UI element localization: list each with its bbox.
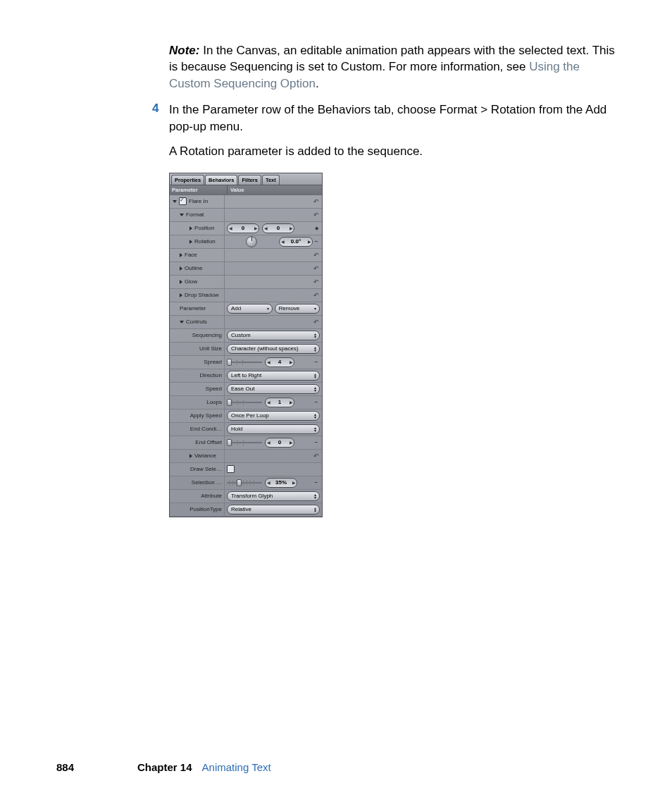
endcond-menu[interactable]: Hold <box>227 424 320 434</box>
disclosure-right-icon[interactable] <box>180 293 182 297</box>
step-follow: A Rotation parameter is added to the seq… <box>169 143 620 159</box>
reset-icon[interactable] <box>313 265 320 272</box>
row-rotation[interactable]: Rotation <box>170 235 225 248</box>
updown-caret-icon <box>314 493 316 500</box>
keyframe-diamond-icon[interactable]: ◆ <box>313 226 320 231</box>
endoffset-slider[interactable] <box>227 438 262 447</box>
disclosure-right-icon[interactable] <box>180 280 182 284</box>
note-label: Note: <box>169 44 199 57</box>
dropdown-caret-icon <box>267 307 269 311</box>
direction-menu[interactable]: Left to Right <box>227 371 320 381</box>
positiontype-menu[interactable]: Relative <box>227 505 320 515</box>
disclosure-down-icon[interactable] <box>173 200 177 203</box>
reset-icon[interactable] <box>313 319 320 326</box>
row-sequencing: Sequencing <box>170 329 225 342</box>
row-face[interactable]: Face <box>170 249 225 261</box>
row-parameter: Parameter <box>170 302 225 315</box>
drawsele-checkbox[interactable] <box>227 465 235 473</box>
row-endcond: End Condi… <box>170 423 225 436</box>
reset-icon[interactable] <box>313 278 320 285</box>
rotation-field[interactable]: ◀0.0°▶ <box>279 237 313 247</box>
inspector-panel: Properties Behaviors Filters Text Parame… <box>169 173 323 517</box>
row-outline[interactable]: Outline <box>170 262 225 275</box>
row-attribute: Attribute <box>170 490 225 503</box>
row-endoffset: End Offset <box>170 436 225 449</box>
remove-minus-icon[interactable]: − <box>313 399 320 405</box>
disclosure-down-icon[interactable] <box>180 321 184 324</box>
add-parameter-menu[interactable]: Add <box>227 304 273 314</box>
tab-filters[interactable]: Filters <box>238 175 261 185</box>
page-footer: 884 Chapter 14 Animating Text <box>56 761 271 773</box>
tab-text[interactable]: Text <box>262 175 280 185</box>
position-x-field[interactable]: ◀0▶ <box>227 223 259 233</box>
updown-caret-icon <box>314 426 316 433</box>
row-flare-in[interactable]: Flare In <box>170 195 225 208</box>
reset-icon[interactable] <box>313 292 320 299</box>
reset-icon[interactable] <box>313 452 320 460</box>
dropdown-caret-icon <box>314 307 316 311</box>
row-glow[interactable]: Glow <box>170 276 225 288</box>
note-text-b: . <box>316 77 319 90</box>
updown-caret-icon <box>314 412 316 419</box>
flare-label: Flare In <box>189 198 208 204</box>
speed-menu[interactable]: Ease Out <box>227 384 320 394</box>
row-speed: Speed <box>170 383 225 395</box>
spread-field[interactable]: ◀4▶ <box>265 357 294 367</box>
position-y-field[interactable]: ◀0▶ <box>262 223 294 233</box>
rotation-label: Rotation <box>194 238 216 245</box>
selection-field[interactable]: ◀35%▶ <box>265 478 297 488</box>
remove-parameter-menu[interactable]: Remove <box>275 304 321 314</box>
column-header: Parameter Value <box>170 185 322 195</box>
row-dropshadow[interactable]: Drop Shadow <box>170 289 225 302</box>
header-value: Value <box>228 185 322 195</box>
reset-icon[interactable] <box>313 252 320 259</box>
remove-minus-icon[interactable]: − <box>313 479 320 486</box>
remove-minus-icon[interactable]: − <box>313 359 320 365</box>
position-label: Position <box>194 225 214 231</box>
row-drawsele: Draw Sele… <box>170 463 225 476</box>
row-applyspeed: Apply Speed <box>170 409 225 422</box>
chapter-label: Chapter 14 <box>137 761 192 773</box>
disclosure-right-icon[interactable] <box>189 226 192 230</box>
chapter-title: Animating Text <box>202 761 271 773</box>
remove-minus-icon[interactable]: − <box>313 238 320 245</box>
endoffset-field[interactable]: ◀0▶ <box>265 438 294 448</box>
attribute-menu[interactable]: Transform Glyph <box>227 491 320 501</box>
updown-caret-icon <box>314 345 316 352</box>
row-position[interactable]: Position <box>170 222 225 235</box>
tab-strip: Properties Behaviors Filters Text <box>170 173 322 185</box>
disclosure-right-icon[interactable] <box>180 266 182 271</box>
flare-checkbox[interactable] <box>179 197 187 205</box>
disclosure-right-icon[interactable] <box>189 240 192 244</box>
sequencing-menu[interactable]: Custom <box>227 331 320 340</box>
reset-icon[interactable] <box>313 211 320 218</box>
row-direction: Direction <box>170 369 225 382</box>
row-variance[interactable]: Variance <box>170 450 225 462</box>
reset-icon[interactable] <box>313 198 320 205</box>
selection-slider[interactable] <box>227 479 262 487</box>
disclosure-right-icon[interactable] <box>189 454 192 458</box>
step-4: 4 In the Parameter row of the Behaviors … <box>169 101 620 135</box>
updown-caret-icon <box>314 506 316 513</box>
spread-slider[interactable] <box>227 358 262 366</box>
row-format[interactable]: Format <box>170 209 225 221</box>
row-spread: Spread <box>170 356 225 369</box>
tab-behaviors[interactable]: Behaviors <box>205 175 237 185</box>
unitsize-menu[interactable]: Character (without spaces) <box>227 344 320 354</box>
row-positiontype: PositionType <box>170 503 225 516</box>
step-number: 4 <box>152 101 158 116</box>
page-number: 884 <box>56 761 74 773</box>
disclosure-right-icon[interactable] <box>180 253 182 257</box>
step-text: In the Parameter row of the Behaviors ta… <box>169 101 620 135</box>
disclosure-down-icon[interactable] <box>180 214 184 216</box>
loops-slider[interactable] <box>227 398 262 407</box>
updown-caret-icon <box>314 332 316 339</box>
row-loops: Loops <box>170 396 225 409</box>
rotation-dial[interactable] <box>246 236 257 247</box>
loops-field[interactable]: ◀1▶ <box>265 398 294 407</box>
row-controls[interactable]: Controls <box>170 316 225 328</box>
updown-caret-icon <box>314 386 316 393</box>
applyspeed-menu[interactable]: Once Per Loop <box>227 411 320 421</box>
remove-minus-icon[interactable]: − <box>313 439 320 445</box>
tab-properties[interactable]: Properties <box>171 175 204 185</box>
